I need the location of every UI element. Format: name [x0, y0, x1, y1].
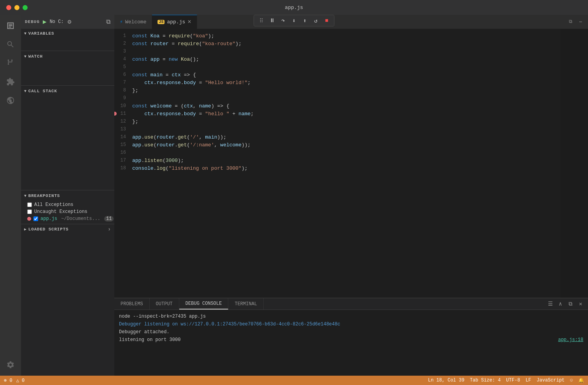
- callstack-section: ▼ CALL STACK: [21, 86, 114, 189]
- tab-welcome[interactable]: ⚡ Welcome: [114, 15, 152, 29]
- console-ref-4[interactable]: app.js:18: [558, 336, 583, 343]
- code-line-14: 14 app.use(router.get('/', main));: [114, 133, 588, 141]
- code-content-4: const app = new Koa();: [132, 56, 199, 62]
- breakpoint-dot: [27, 217, 31, 221]
- console-line-2: Debugger listening on ws://127.0.0.1:274…: [119, 321, 583, 328]
- debug-step-over-btn[interactable]: ↷: [278, 16, 288, 25]
- code-content-6: const main = ctx => {: [132, 72, 196, 78]
- debug-step-into-btn[interactable]: ⬇: [289, 16, 299, 25]
- error-indicator[interactable]: ⊗ 0: [4, 378, 12, 383]
- code-content-10: const welcome = (ctx, name) => {: [132, 103, 229, 109]
- tab-debug-console[interactable]: DEBUG CONSOLE: [179, 298, 229, 309]
- debug-restart-btn[interactable]: ↺: [311, 16, 321, 25]
- debug-drag-handle[interactable]: ⠿: [256, 16, 266, 25]
- console-text-2: Debugger listening on ws://127.0.0.1:274…: [119, 322, 340, 327]
- debug-run-btn[interactable]: ▶: [43, 18, 47, 26]
- tab-terminal[interactable]: TERMINAL: [228, 298, 264, 309]
- line-num-11: 11: [114, 111, 132, 116]
- debug-pause-btn[interactable]: ⏸: [267, 16, 277, 25]
- editor-more-icon[interactable]: ⋯: [576, 18, 585, 26]
- activity-icon-search[interactable]: [3, 37, 18, 52]
- activity-icon-settings[interactable]: [3, 357, 18, 373]
- breakpoints-header[interactable]: ▼ BREAKPOINTS: [21, 191, 114, 200]
- tab-welcome-label: Welcome: [125, 19, 147, 25]
- warning-indicator[interactable]: △ 0: [16, 378, 25, 383]
- split-panel-icon[interactable]: ⧉: [566, 300, 575, 308]
- editor-layout-icon[interactable]: ⧉: [566, 18, 575, 26]
- tab-output-label: OUTPUT: [156, 301, 173, 307]
- variables-header[interactable]: ▼ VARIABLES: [21, 29, 114, 38]
- tab-output[interactable]: OUTPUT: [150, 298, 179, 309]
- all-exceptions-checkbox[interactable]: [27, 202, 32, 207]
- debug-step-out-btn[interactable]: ⬆: [300, 16, 310, 25]
- activity-icon-explorer[interactable]: [3, 18, 18, 33]
- tab-problems[interactable]: PROBLEMS: [114, 298, 150, 309]
- debug-stop-btn[interactable]: ■: [322, 16, 332, 25]
- line-num-5: 5: [114, 64, 132, 70]
- smiley-icon[interactable]: ☺: [570, 378, 573, 383]
- tab-bar: ⚡ Welcome JS app.js × ⠿ ⏸ ↷ ⬇ ⬆ ↺ ■ ⧉: [114, 15, 588, 29]
- variables-label: VARIABLES: [28, 31, 54, 36]
- cursor-position[interactable]: Ln 18, Col 39: [428, 378, 465, 383]
- line-num-10: 10: [114, 103, 132, 109]
- code-line-8: 8 };: [114, 86, 588, 94]
- debug-split-icon[interactable]: ⧉: [106, 18, 110, 26]
- loaded-scripts-row[interactable]: ▶ LOADED SCRIPTS ›: [21, 225, 114, 234]
- appjs-breakpoint-checkbox[interactable]: [33, 216, 38, 221]
- tab-appjs-close[interactable]: ×: [187, 19, 191, 26]
- activity-icon-extensions[interactable]: [3, 74, 18, 90]
- code-line-11: 11 ctx.response.body = "hello " + name;: [114, 110, 588, 118]
- chevron-up-icon[interactable]: ∧: [556, 300, 565, 308]
- panel-content[interactable]: node --inspect-brk=27435 app.js Debugger…: [114, 310, 588, 376]
- minimize-dot[interactable]: [14, 5, 19, 10]
- activity-icon-scm[interactable]: [3, 55, 18, 71]
- debug-config[interactable]: No C:: [50, 19, 64, 25]
- debug-gear-icon[interactable]: ⚙: [68, 18, 72, 26]
- code-line-1: 1 const Koa = require("koa");: [114, 32, 588, 40]
- tab-size[interactable]: Tab Size: 4: [470, 378, 500, 383]
- tab-appjs[interactable]: JS app.js ×: [152, 15, 197, 29]
- activity-icon-remote[interactable]: [3, 93, 18, 108]
- callstack-header[interactable]: ▼ CALL STACK: [21, 86, 114, 96]
- close-panel-icon[interactable]: ✕: [576, 300, 585, 308]
- code-line-16: 16: [114, 149, 588, 156]
- line-num-17: 17: [114, 158, 132, 163]
- watch-arrow: ▼: [24, 54, 27, 59]
- line-num-15: 15: [114, 142, 132, 148]
- encoding[interactable]: UTF-8: [506, 378, 520, 383]
- warning-icon: △: [16, 378, 19, 383]
- code-line-12: 12 };: [114, 118, 588, 125]
- maximize-dot[interactable]: [23, 5, 28, 10]
- line-num-16: 16: [114, 150, 132, 155]
- line-num-3: 3: [114, 49, 132, 54]
- uncaught-exceptions-label: Uncaught Exceptions: [34, 209, 88, 214]
- watch-header[interactable]: ▼ WATCH: [21, 52, 114, 61]
- window-controls: [6, 5, 28, 10]
- filter-icon[interactable]: ☰: [546, 300, 555, 308]
- uncaught-exceptions-checkbox[interactable]: [27, 209, 32, 214]
- code-content-7: ctx.response.body = "Hello world!";: [132, 80, 250, 86]
- line-num-9: 9: [114, 95, 132, 101]
- bell-icon[interactable]: 🔔: [578, 378, 584, 383]
- tab-debug-console-label: DEBUG CONSOLE: [186, 301, 222, 306]
- code-content-11: ctx.response.body = "hello " + name;: [132, 111, 254, 117]
- loaded-scripts-chevron: ›: [108, 226, 111, 232]
- line-num-1: 1: [114, 33, 132, 39]
- status-right: Ln 18, Col 39 Tab Size: 4 UTF-8 LF JavaS…: [428, 378, 584, 383]
- code-editor[interactable]: 1 const Koa = require("koa"); 2 const ro…: [114, 29, 588, 298]
- loaded-scripts-label: LOADED SCRIPTS: [28, 227, 69, 232]
- status-left: ⊗ 0 △ 0: [4, 378, 24, 383]
- panel-tabs: PROBLEMS OUTPUT DEBUG CONSOLE TERMINAL ☰…: [114, 298, 588, 310]
- line-num-18: 18: [114, 165, 132, 171]
- appjs-breakpoint-label: app.js: [40, 216, 57, 222]
- line-ending[interactable]: LF: [525, 378, 531, 383]
- line-num-7: 7: [114, 80, 132, 85]
- close-dot[interactable]: [6, 5, 11, 10]
- callstack-arrow: ▼: [24, 89, 27, 93]
- code-content-15: app.use(router.get('/:name', welcome));: [132, 142, 250, 148]
- code-line-3: 3: [114, 47, 588, 55]
- breakpoints-arrow: ▼: [24, 194, 27, 198]
- appjs-breakpoint-detail: ~/Documents...: [61, 216, 100, 222]
- language-mode[interactable]: JavaScript: [537, 378, 565, 383]
- breakpoints-label: BREAKPOINTS: [28, 193, 60, 198]
